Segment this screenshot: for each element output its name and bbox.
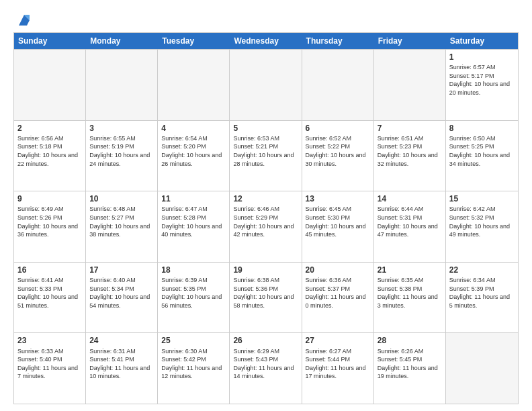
cal-row-5: 23Sunrise: 6:33 AM Sunset: 5:40 PM Dayli… [14,332,518,404]
cal-row-4: 16Sunrise: 6:41 AM Sunset: 5:33 PM Dayli… [14,262,518,333]
day-info: Sunrise: 6:57 AM Sunset: 5:17 PM Dayligh… [449,63,515,97]
day-number: 28 [378,335,442,346]
header-day-thursday: Thursday [302,33,374,49]
header [13,11,519,28]
day-number: 2 [17,123,82,134]
day-number: 11 [161,193,226,204]
day-info: Sunrise: 6:46 AM Sunset: 5:29 PM Dayligh… [233,205,298,238]
page: SundayMondayTuesdayWednesdayThursdayFrid… [0,0,532,411]
day-info: Sunrise: 6:34 AM Sunset: 5:39 PM Dayligh… [449,276,515,310]
day-info: Sunrise: 6:53 AM Sunset: 5:21 PM Dayligh… [233,134,298,168]
cal-row-3: 9Sunrise: 6:49 AM Sunset: 5:26 PM Daylig… [14,191,518,262]
cal-cell: 26Sunrise: 6:29 AM Sunset: 5:43 PM Dayli… [230,333,302,404]
cal-cell: 20Sunrise: 6:36 AM Sunset: 5:37 PM Dayli… [302,263,374,333]
day-info: Sunrise: 6:33 AM Sunset: 5:40 PM Dayligh… [17,347,82,381]
cal-cell [14,50,86,120]
day-info: Sunrise: 6:31 AM Sunset: 5:41 PM Dayligh… [89,347,154,381]
cal-cell: 10Sunrise: 6:48 AM Sunset: 5:27 PM Dayli… [86,191,158,262]
cal-cell: 15Sunrise: 6:42 AM Sunset: 5:32 PM Dayli… [446,191,518,262]
day-info: Sunrise: 6:56 AM Sunset: 5:18 PM Dayligh… [17,134,82,168]
day-info: Sunrise: 6:51 AM Sunset: 5:23 PM Dayligh… [378,134,442,168]
day-info: Sunrise: 6:38 AM Sunset: 5:36 PM Dayligh… [233,276,298,310]
cal-cell: 23Sunrise: 6:33 AM Sunset: 5:40 PM Dayli… [14,333,86,404]
day-info: Sunrise: 6:40 AM Sunset: 5:34 PM Dayligh… [89,276,154,310]
day-number: 15 [449,193,515,204]
header-day-wednesday: Wednesday [230,33,302,49]
cal-cell: 6Sunrise: 6:52 AM Sunset: 5:22 PM Daylig… [302,121,374,191]
day-number: 3 [89,123,154,134]
cal-cell: 24Sunrise: 6:31 AM Sunset: 5:41 PM Dayli… [86,333,158,404]
cal-cell: 7Sunrise: 6:51 AM Sunset: 5:23 PM Daylig… [374,121,446,191]
cal-cell: 1Sunrise: 6:57 AM Sunset: 5:17 PM Daylig… [446,50,518,120]
day-number: 23 [17,335,82,346]
day-info: Sunrise: 6:54 AM Sunset: 5:20 PM Dayligh… [161,134,226,168]
day-number: 26 [233,335,298,346]
cal-row-2: 2Sunrise: 6:56 AM Sunset: 5:18 PM Daylig… [14,120,518,191]
cal-cell: 11Sunrise: 6:47 AM Sunset: 5:28 PM Dayli… [158,191,230,262]
cal-cell: 18Sunrise: 6:39 AM Sunset: 5:35 PM Dayli… [158,263,230,333]
day-info: Sunrise: 6:29 AM Sunset: 5:43 PM Dayligh… [233,347,298,381]
day-info: Sunrise: 6:47 AM Sunset: 5:28 PM Dayligh… [161,205,226,238]
cal-cell [230,50,302,120]
day-number: 14 [378,193,442,204]
cal-cell [158,50,230,120]
day-number: 24 [89,335,154,346]
cal-cell [302,50,374,120]
cal-cell [86,50,158,120]
cal-cell: 25Sunrise: 6:30 AM Sunset: 5:42 PM Dayli… [158,333,230,404]
day-number: 4 [161,123,226,134]
day-number: 1 [449,52,515,62]
day-info: Sunrise: 6:30 AM Sunset: 5:42 PM Dayligh… [161,347,226,381]
day-number: 10 [89,193,154,204]
day-number: 6 [306,123,370,134]
day-info: Sunrise: 6:45 AM Sunset: 5:30 PM Dayligh… [306,205,370,238]
header-day-monday: Monday [86,33,158,49]
day-info: Sunrise: 6:35 AM Sunset: 5:38 PM Dayligh… [378,276,442,310]
cal-cell: 28Sunrise: 6:26 AM Sunset: 5:45 PM Dayli… [374,333,446,404]
day-info: Sunrise: 6:55 AM Sunset: 5:19 PM Dayligh… [89,134,154,168]
cal-cell [374,50,446,120]
day-number: 27 [306,335,370,346]
cal-cell: 2Sunrise: 6:56 AM Sunset: 5:18 PM Daylig… [14,121,86,191]
calendar-body: 1Sunrise: 6:57 AM Sunset: 5:17 PM Daylig… [14,49,518,404]
day-info: Sunrise: 6:48 AM Sunset: 5:27 PM Dayligh… [89,205,154,238]
day-info: Sunrise: 6:27 AM Sunset: 5:44 PM Dayligh… [306,347,370,381]
cal-cell: 3Sunrise: 6:55 AM Sunset: 5:19 PM Daylig… [86,121,158,191]
day-number: 8 [449,123,515,134]
day-number: 18 [161,265,226,275]
cal-cell: 14Sunrise: 6:44 AM Sunset: 5:31 PM Dayli… [374,191,446,262]
cal-cell: 17Sunrise: 6:40 AM Sunset: 5:34 PM Dayli… [86,263,158,333]
day-info: Sunrise: 6:52 AM Sunset: 5:22 PM Dayligh… [306,134,370,168]
day-number: 17 [89,265,154,275]
header-day-sunday: Sunday [14,33,86,49]
day-number: 19 [233,265,298,275]
day-number: 25 [161,335,226,346]
calendar-header: SundayMondayTuesdayWednesdayThursdayFrid… [14,33,518,49]
day-info: Sunrise: 6:49 AM Sunset: 5:26 PM Dayligh… [17,205,82,238]
day-number: 9 [17,193,82,204]
cal-cell: 12Sunrise: 6:46 AM Sunset: 5:29 PM Dayli… [230,191,302,262]
cal-cell: 4Sunrise: 6:54 AM Sunset: 5:20 PM Daylig… [158,121,230,191]
header-day-friday: Friday [374,33,446,49]
header-day-tuesday: Tuesday [158,33,230,49]
day-number: 20 [306,265,370,275]
day-info: Sunrise: 6:39 AM Sunset: 5:35 PM Dayligh… [161,276,226,310]
day-number: 5 [233,123,298,134]
cal-cell: 16Sunrise: 6:41 AM Sunset: 5:33 PM Dayli… [14,263,86,333]
day-number: 13 [306,193,370,204]
cal-cell: 9Sunrise: 6:49 AM Sunset: 5:26 PM Daylig… [14,191,86,262]
day-info: Sunrise: 6:41 AM Sunset: 5:33 PM Dayligh… [17,276,82,310]
day-info: Sunrise: 6:44 AM Sunset: 5:31 PM Dayligh… [378,205,442,238]
day-number: 12 [233,193,298,204]
logo [13,11,32,28]
cal-cell: 13Sunrise: 6:45 AM Sunset: 5:30 PM Dayli… [302,191,374,262]
day-info: Sunrise: 6:50 AM Sunset: 5:25 PM Dayligh… [449,134,515,168]
day-info: Sunrise: 6:36 AM Sunset: 5:37 PM Dayligh… [306,276,370,310]
day-number: 16 [17,265,82,275]
day-info: Sunrise: 6:26 AM Sunset: 5:45 PM Dayligh… [378,347,442,381]
day-number: 7 [378,123,442,134]
day-info: Sunrise: 6:42 AM Sunset: 5:32 PM Dayligh… [449,205,515,238]
cal-cell: 22Sunrise: 6:34 AM Sunset: 5:39 PM Dayli… [446,263,518,333]
cal-cell: 8Sunrise: 6:50 AM Sunset: 5:25 PM Daylig… [446,121,518,191]
cal-row-1: 1Sunrise: 6:57 AM Sunset: 5:17 PM Daylig… [14,49,518,120]
